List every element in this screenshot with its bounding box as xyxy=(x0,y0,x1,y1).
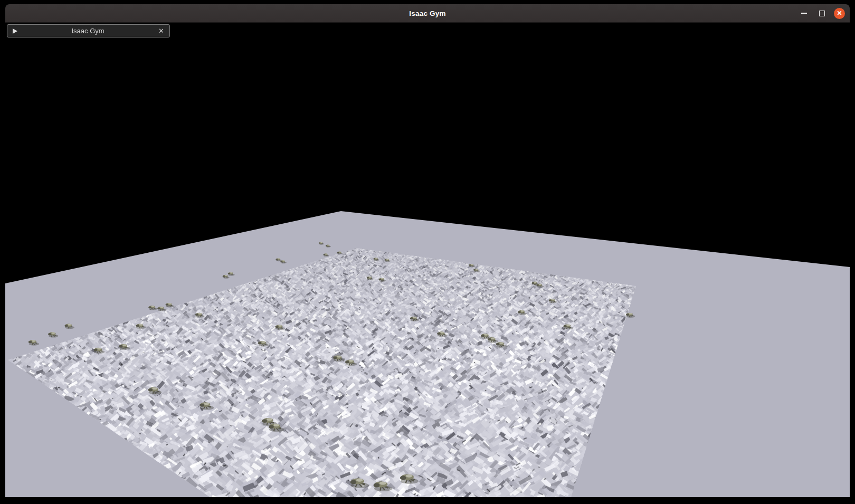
imgui-panel-title: Isaac Gym xyxy=(17,27,158,35)
window-title: Isaac Gym xyxy=(409,9,445,17)
imgui-panel-close-icon[interactable]: ✕ xyxy=(158,27,164,34)
close-button[interactable]: ✕ xyxy=(834,8,845,19)
window-controls: ✕ xyxy=(798,4,845,22)
imgui-panel[interactable]: Isaac Gym ✕ xyxy=(7,24,170,37)
scene-canvas[interactable] xyxy=(5,23,850,497)
viewport-3d[interactable]: Isaac Gym ✕ xyxy=(5,23,850,497)
collapse-arrow-icon[interactable] xyxy=(13,28,17,34)
close-icon: ✕ xyxy=(837,10,842,16)
maximize-icon xyxy=(819,11,825,16)
minimize-button[interactable] xyxy=(798,7,810,19)
maximize-button[interactable] xyxy=(816,7,828,19)
minimize-icon xyxy=(801,13,807,14)
desktop-background: { "window": { "title": "Isaac Gym", "con… xyxy=(0,0,855,504)
titlebar[interactable]: Isaac Gym ✕ xyxy=(5,4,850,23)
isaac-gym-window: Isaac Gym ✕ Isaac Gym ✕ xyxy=(5,4,850,497)
